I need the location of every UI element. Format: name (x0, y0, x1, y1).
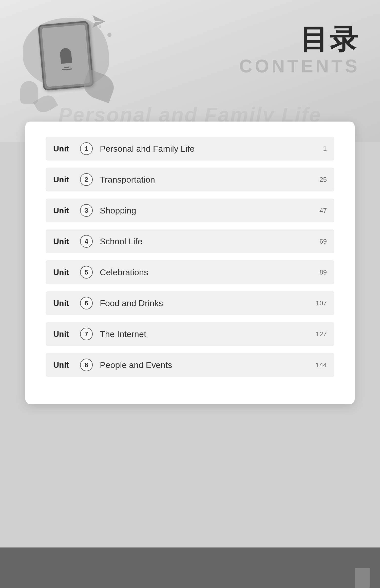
content-box: Unit1Personal and Family Life1Unit2Trans… (25, 122, 355, 404)
unit-number-circle: 1 (80, 142, 93, 155)
unit-title: Personal and Family Life (100, 144, 327, 154)
bottom-strip (0, 547, 380, 588)
unit-row[interactable]: Unit1Personal and Family Life1 (46, 137, 334, 161)
unit-word-label: Unit (53, 144, 76, 153)
unit-row[interactable]: Unit8People and Events144 (46, 353, 334, 377)
unit-page-number: 1 (323, 145, 327, 153)
unit-page-number: 47 (319, 207, 327, 214)
unit-number-circle: 6 (80, 297, 93, 309)
page-wrapper: 目录 CONTENTS Personal and Family Life Uni… (0, 0, 380, 588)
units-list: Unit1Personal and Family Life1Unit2Trans… (46, 137, 334, 377)
unit-number-circle: 8 (80, 359, 93, 371)
character-decoration (20, 81, 38, 104)
unit-row[interactable]: Unit2Transportation25 (46, 168, 334, 191)
unit-word-label: Unit (53, 237, 76, 246)
unit-number-circle: 7 (80, 328, 93, 340)
unit-title: Celebrations (100, 267, 327, 277)
title-area: 目录 CONTENTS (239, 25, 360, 76)
unit-page-number: 107 (316, 299, 327, 307)
chinese-title: 目录 (300, 25, 360, 53)
unit-word-label: Unit (53, 206, 76, 215)
unit-title: People and Events (100, 360, 327, 370)
unit-title: Transportation (100, 175, 327, 185)
unit-title: Shopping (100, 206, 327, 215)
device-screen (42, 25, 90, 87)
unit-row[interactable]: Unit7The Internet127 (46, 322, 334, 346)
unit-number-circle: 3 (80, 204, 93, 217)
unit-page-number: 127 (316, 330, 327, 338)
unit-number-circle: 2 (80, 173, 93, 186)
unit-title: School Life (100, 237, 327, 246)
unit-page-number: 25 (319, 176, 327, 184)
unit-number-circle: 5 (80, 266, 93, 279)
paper-plane-icon (91, 14, 106, 30)
unit-row[interactable]: Unit3Shopping47 (46, 199, 334, 222)
unit-page-number: 89 (319, 268, 327, 276)
unit-row[interactable]: Unit4School Life69 (46, 229, 334, 253)
unit-word-label: Unit (53, 268, 76, 277)
unit-title: Food and Drinks (100, 298, 327, 308)
header-section: 目录 CONTENTS Personal and Family Life (0, 0, 380, 142)
unit-word-label: Unit (53, 329, 76, 339)
dot-decoration-1 (107, 33, 111, 37)
dot-decoration-2 (99, 25, 101, 28)
illustration-area (20, 13, 127, 119)
unit-page-number: 144 (316, 361, 327, 369)
unit-row[interactable]: Unit5Celebrations89 (46, 260, 334, 284)
english-title: CONTENTS (239, 56, 360, 76)
unit-row[interactable]: Unit6Food and Drinks107 (46, 291, 334, 315)
unit-title: The Internet (100, 329, 327, 339)
unit-number-circle: 4 (80, 235, 93, 248)
unit-word-label: Unit (53, 299, 76, 308)
unit-page-number: 69 (319, 238, 327, 245)
unit-word-label: Unit (53, 175, 76, 184)
unit-word-label: Unit (53, 360, 76, 370)
bottom-strip-decoration (355, 568, 370, 588)
